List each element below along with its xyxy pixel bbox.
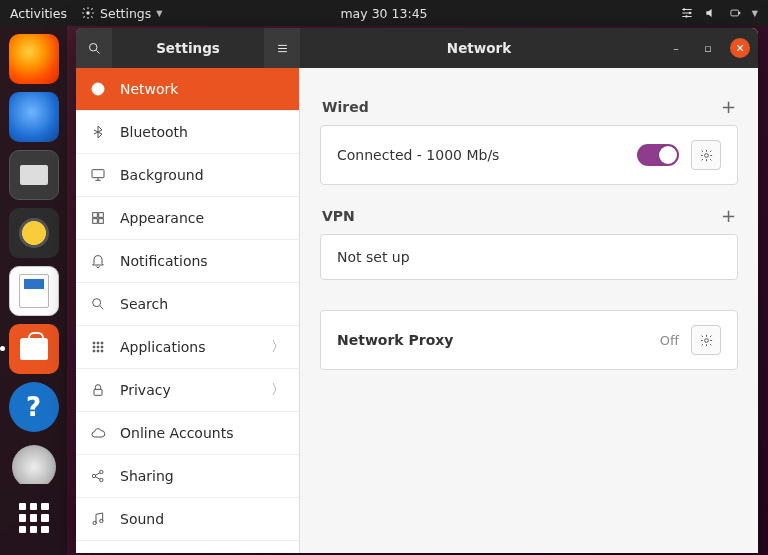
wired-settings-button[interactable] [691,140,721,170]
svg-point-32 [100,470,103,473]
close-button[interactable]: ✕ [730,38,750,58]
app-menu[interactable]: Settings ▼ [81,6,162,21]
dock-libreoffice-writer[interactable] [9,266,59,316]
sidebar-item-search[interactable]: Search [76,283,299,326]
bell-icon [90,253,106,269]
dock-disk[interactable] [9,440,59,484]
sidebar-item-label: Bluetooth [120,124,285,140]
search-icon [87,41,102,56]
svg-point-6 [89,43,97,51]
gear-icon [699,333,714,348]
sidebar-item-label: Appearance [120,210,285,226]
svg-point-40 [704,153,708,157]
svg-rect-16 [99,213,104,218]
content-title: Network [300,40,658,56]
dock-ubuntu-software[interactable] [9,324,59,374]
sidebar-item-label: Sound [120,511,285,527]
proxy-settings-button[interactable] [691,325,721,355]
activities-button[interactable]: Activities [10,6,67,21]
chevron-down-icon: ▼ [156,9,162,18]
chevron-down-icon: ▼ [752,9,758,18]
svg-point-25 [97,346,99,348]
svg-point-31 [92,474,95,477]
settings-sidebar: Network Bluetooth Background Appearance … [76,68,300,553]
svg-point-1 [683,8,685,10]
svg-rect-30 [94,389,102,395]
svg-point-3 [685,15,687,17]
appearance-icon [90,210,106,226]
search-icon [90,296,106,312]
sidebar-title: Settings [112,40,264,56]
wired-section-header: Wired + [322,96,736,117]
svg-rect-4 [731,10,739,16]
hamburger-icon [275,41,290,56]
dock-show-applications[interactable] [9,493,59,543]
svg-point-26 [101,346,103,348]
add-vpn-button[interactable]: + [721,205,736,226]
dock-thunderbird[interactable] [9,92,59,142]
minimize-button[interactable]: – [666,38,686,58]
sidebar-item-label: Background [120,167,285,183]
sidebar-item-power[interactable]: Power [76,541,299,553]
chevron-right-icon: 〉 [271,381,285,399]
maximize-button[interactable]: ▫ [698,38,718,58]
svg-point-2 [689,12,691,14]
app-menu-label: Settings [100,6,151,21]
network-icon [680,6,694,20]
svg-line-20 [100,306,103,309]
sidebar-item-label: Notifications [120,253,285,269]
svg-point-19 [93,299,101,307]
svg-point-37 [100,519,103,522]
grid-icon [90,339,106,355]
chevron-right-icon: 〉 [271,338,285,356]
sidebar-item-sharing[interactable]: Sharing [76,455,299,498]
svg-rect-18 [99,219,104,224]
dock-help[interactable]: ? [9,382,59,432]
dock: ? [0,26,67,555]
svg-rect-12 [92,170,104,178]
hamburger-menu-button[interactable] [264,28,300,68]
sidebar-item-label: Applications [120,339,257,355]
sidebar-item-label: Sharing [120,468,285,484]
battery-icon [728,6,742,20]
svg-point-24 [93,346,95,348]
svg-line-35 [95,477,100,480]
clock[interactable]: may 30 13:45 [340,6,427,21]
sidebar-item-notifications[interactable]: Notifications [76,240,299,283]
sidebar-item-bluetooth[interactable]: Bluetooth [76,111,299,154]
dock-firefox[interactable] [9,34,59,84]
sidebar-item-label: Privacy [120,382,257,398]
network-proxy-card[interactable]: Network Proxy Off [320,310,738,370]
svg-point-22 [97,342,99,344]
svg-point-0 [86,11,90,15]
svg-point-28 [97,350,99,352]
dock-files[interactable] [9,150,59,200]
titlebar: Settings Network – ▫ ✕ [76,28,758,68]
sidebar-item-label: Search [120,296,285,312]
vpn-status: Not set up [337,249,721,265]
sidebar-item-sound[interactable]: Sound [76,498,299,541]
system-status-area[interactable]: ▼ [680,6,758,20]
add-wired-button[interactable]: + [721,96,736,117]
cloud-icon [90,425,106,441]
wired-heading: Wired [322,99,369,115]
vpn-heading: VPN [322,208,355,224]
sidebar-item-background[interactable]: Background [76,154,299,197]
svg-point-27 [93,350,95,352]
settings-window: Settings Network – ▫ ✕ Network [76,28,758,553]
proxy-status: Off [660,333,679,348]
sidebar-item-applications[interactable]: Applications 〉 [76,326,299,369]
gnome-top-panel: Activities Settings ▼ may 30 13:45 ▼ [0,0,768,26]
search-button[interactable] [76,28,112,68]
sidebar-item-network[interactable]: Network [76,68,299,111]
sidebar-item-appearance[interactable]: Appearance [76,197,299,240]
wired-toggle[interactable] [637,144,679,166]
sidebar-item-online-accounts[interactable]: Online Accounts [76,412,299,455]
bluetooth-icon [90,124,106,140]
svg-point-41 [704,338,708,342]
dock-rhythmbox[interactable] [9,208,59,258]
sidebar-item-privacy[interactable]: Privacy 〉 [76,369,299,412]
lock-icon [90,382,106,398]
svg-line-7 [96,50,99,53]
monitor-icon [90,167,106,183]
